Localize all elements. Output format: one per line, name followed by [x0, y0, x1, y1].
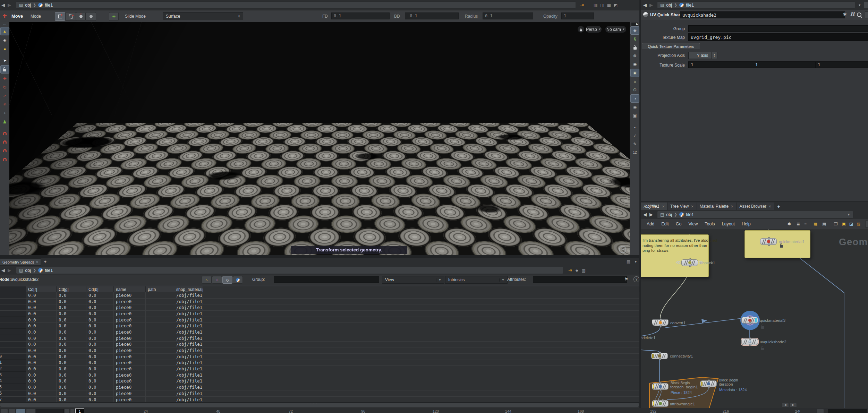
- node-connectivity1[interactable]: [652, 353, 667, 359]
- playback-option-button[interactable]: [816, 409, 824, 413]
- point-marker-button[interactable]: •: [631, 123, 639, 131]
- breadcrumb[interactable]: ▤ obj ❯ file1: [16, 1, 576, 9]
- row-number-cell[interactable]: [0, 304, 26, 310]
- table-cell[interactable]: [146, 342, 174, 347]
- breadcrumb-node[interactable]: file1: [45, 3, 53, 8]
- slide-mode-select[interactable]: Surface ▲▼: [163, 12, 243, 20]
- view-select[interactable]: View ▼: [382, 276, 444, 284]
- tab-material-palette[interactable]: Material Palette✕: [697, 203, 737, 210]
- table-cell[interactable]: [146, 390, 174, 396]
- table-cell[interactable]: [146, 304, 174, 310]
- table-cell[interactable]: 0.0: [86, 342, 114, 347]
- table-cell[interactable]: 0.0: [86, 329, 114, 335]
- translate-handle-button[interactable]: ✚: [1, 75, 9, 82]
- node-quickmaterial1[interactable]: [760, 239, 776, 244]
- texture-scale-y-input[interactable]: 1: [753, 61, 819, 68]
- table-cell[interactable]: piece0: [114, 390, 146, 396]
- table-cell[interactable]: piece0: [114, 378, 146, 384]
- table-cell[interactable]: 0.0: [26, 292, 57, 298]
- table-cell[interactable]: /obj/file1/: [174, 354, 203, 360]
- breadcrumb-node[interactable]: file1: [686, 3, 694, 8]
- table-cell[interactable]: piece0: [114, 292, 146, 298]
- row-number-cell[interactable]: 3: [0, 372, 26, 378]
- tab-asset-browser[interactable]: Asset Browser✕: [737, 203, 775, 210]
- node-label[interactable]: foreach_begin1: [670, 385, 698, 389]
- node-input[interactable]: [749, 337, 751, 340]
- table-row[interactable]: 20.00.00.0piece0/obj/file1/: [0, 366, 639, 372]
- breadcrumb[interactable]: ▤ obj ❯ file1 ▼: [657, 211, 853, 218]
- nav-back-icon[interactable]: ◀: [643, 212, 647, 217]
- table-cell[interactable]: 0.0: [26, 384, 57, 390]
- annotate-pen-button[interactable]: ✎: [631, 140, 639, 148]
- column-header[interactable]: name: [114, 286, 146, 292]
- column-header[interactable]: Cd[g]: [57, 286, 86, 292]
- snapshot-button[interactable]: ✓: [631, 132, 639, 139]
- breadcrumb-node[interactable]: file1: [686, 212, 694, 217]
- table-cell[interactable]: [146, 384, 174, 390]
- breadcrumb-node[interactable]: file1: [45, 268, 53, 273]
- table-cell[interactable]: 0.0: [57, 329, 86, 335]
- scroll-left-icon[interactable]: ◀: [782, 403, 789, 407]
- intrinsics-select[interactable]: Intrinsics ▼: [445, 276, 508, 284]
- table-cell[interactable]: 0.0: [26, 329, 57, 335]
- table-cell[interactable]: 0.0: [57, 335, 86, 341]
- opacity-field[interactable]: 1: [561, 12, 594, 19]
- column-header[interactable]: path: [146, 286, 174, 292]
- nav-forward-icon[interactable]: ▶: [8, 268, 11, 273]
- table-cell[interactable]: 0.0: [26, 299, 57, 304]
- isolate-visibility-button[interactable]: ▣: [631, 112, 639, 119]
- table-cell[interactable]: piece0: [114, 366, 146, 372]
- table-cell[interactable]: 0.0: [86, 311, 114, 317]
- row-number-cell[interactable]: 7: [0, 397, 26, 402]
- fd-field[interactable]: 0.1: [331, 12, 390, 19]
- table-cell[interactable]: [146, 372, 174, 378]
- bypass-flag[interactable]: [653, 401, 654, 406]
- node-output[interactable]: [749, 322, 751, 325]
- houdini-help-icon[interactable]: H: [850, 11, 854, 17]
- node-output[interactable]: [659, 358, 661, 360]
- handle-world-button[interactable]: [55, 12, 65, 21]
- background-image-icon[interactable]: ◪: [849, 222, 853, 226]
- magnet-curve-button[interactable]: [1, 138, 9, 146]
- table-cell[interactable]: [146, 378, 174, 384]
- table-cell[interactable]: /obj/file1/: [174, 360, 203, 366]
- menu-edit[interactable]: Edit: [658, 222, 672, 226]
- table-cell[interactable]: 0.0: [26, 335, 57, 341]
- table-cell[interactable]: [146, 335, 174, 341]
- table-row[interactable]: 60.00.00.0piece0/obj/file1/: [0, 390, 639, 397]
- jump-to-operator-icon[interactable]: ⇥: [568, 268, 572, 273]
- node-attribwrangle1[interactable]: [652, 401, 668, 406]
- table-cell[interactable]: /obj/file1/: [174, 384, 203, 390]
- table-row[interactable]: 0.00.00.0piece0/obj/file1/: [0, 304, 639, 311]
- table-cell[interactable]: /obj/file1/: [174, 299, 203, 304]
- table-cell[interactable]: 0.0: [26, 360, 57, 366]
- table-cell[interactable]: 0.0: [57, 292, 86, 298]
- search-icon[interactable]: [857, 12, 861, 18]
- node-output[interactable]: [659, 325, 662, 327]
- table-cell[interactable]: /obj/file1/: [174, 378, 203, 384]
- table-row[interactable]: 70.00.00.0piece0/obj/file1/: [0, 397, 639, 402]
- table-cell[interactable]: piece0: [114, 384, 146, 390]
- table-cell[interactable]: 0.0: [26, 354, 57, 360]
- node-input[interactable]: [657, 399, 660, 402]
- table-cell[interactable]: piece0: [114, 323, 146, 329]
- object-visibility-button[interactable]: ◉: [631, 103, 639, 111]
- row-number-cell[interactable]: 0: [0, 354, 26, 360]
- table-cell[interactable]: [146, 311, 174, 317]
- node-unpack1[interactable]: ≪≫: [682, 260, 698, 266]
- nav-forward-icon[interactable]: ▶: [649, 212, 653, 217]
- node-input[interactable]: [659, 352, 661, 354]
- node-input[interactable]: [768, 237, 770, 240]
- bypass-flag[interactable]: [701, 381, 703, 386]
- table-cell[interactable]: piece0: [114, 342, 146, 347]
- bypass-flag[interactable]: [653, 384, 654, 389]
- rotate-handle-button[interactable]: ↻: [1, 83, 9, 91]
- row-number-cell[interactable]: [0, 347, 26, 353]
- table-row[interactable]: 0.00.00.0piece0/obj/file1/: [0, 311, 639, 317]
- nav-back-icon[interactable]: ◀: [1, 268, 5, 273]
- close-icon[interactable]: ✕: [731, 205, 733, 208]
- table-cell[interactable]: 0.0: [57, 311, 86, 317]
- table-cell[interactable]: 0.0: [57, 384, 86, 390]
- show-primitives-button[interactable]: ◇: [222, 276, 232, 284]
- row-number-cell[interactable]: [0, 335, 26, 341]
